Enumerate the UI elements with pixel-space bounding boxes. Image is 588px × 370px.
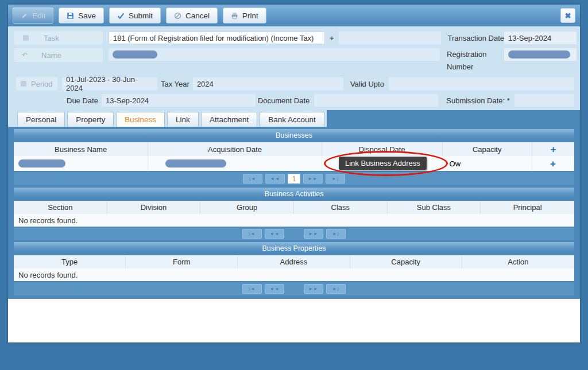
col-principal: Principal xyxy=(481,201,574,214)
task-label: Task xyxy=(44,34,59,42)
properties-table: Type Form Address Capacity Action No rec… xyxy=(14,255,574,281)
task-icon xyxy=(23,35,29,41)
pencil-icon xyxy=(21,12,28,20)
name-row: ↶ Name Registration Number xyxy=(14,48,577,73)
col-form: Form xyxy=(126,255,238,268)
close-icon: ✖ xyxy=(565,11,571,20)
properties-section-header: Business Properties xyxy=(14,242,574,254)
col-business-name: Business Name xyxy=(14,142,148,156)
business-name-cell xyxy=(14,156,148,171)
link-business-address-tooltip: Link Business Address xyxy=(339,157,427,170)
pager-spacer xyxy=(287,229,301,239)
due-date-value: 13-Sep-2024 xyxy=(106,96,149,105)
last-page-button[interactable]: ►| xyxy=(326,174,345,184)
prev-page-button[interactable]: ◄◄ xyxy=(265,174,285,184)
form-header-area: Task 181 (Form of Registration filed for… xyxy=(8,26,580,110)
due-date-field[interactable]: 13-Sep-2024 xyxy=(102,94,256,107)
period-label: Period xyxy=(31,80,53,88)
add-business-icon[interactable]: + xyxy=(550,145,556,154)
tab-strip: Personal Property Business Link Attachme… xyxy=(8,110,327,127)
businesses-table: Business Name Acquisition Date Disposal … xyxy=(14,142,574,171)
tab-personal[interactable]: Personal xyxy=(17,112,65,127)
activities-header-row: Section Division Group Class Sub Class P… xyxy=(14,201,574,214)
task-value: 181 (Form of Registration filed for modi… xyxy=(113,34,314,42)
col-division: Division xyxy=(107,201,201,214)
task-secondary-input[interactable] xyxy=(339,32,441,44)
floppy-icon xyxy=(67,12,74,20)
col-section: Section xyxy=(14,201,107,214)
current-page-button[interactable]: 1 xyxy=(288,174,300,184)
col-prop-capacity: Capacity xyxy=(350,255,462,268)
first-page-button[interactable]: |◄ xyxy=(243,174,262,184)
col-type: Type xyxy=(14,255,126,268)
cancel-icon xyxy=(174,12,181,20)
redacted-registration-value xyxy=(508,50,570,59)
transaction-date-field[interactable]: 13-Sep-2024 xyxy=(504,32,577,44)
print-button[interactable]: Print xyxy=(223,7,266,24)
registration-number-field[interactable] xyxy=(504,48,577,61)
pager-spacer xyxy=(287,284,301,294)
tab-business[interactable]: Business xyxy=(116,112,165,127)
prev-page-button[interactable]: ◄◄ xyxy=(265,284,284,294)
redacted-business-name xyxy=(18,159,65,168)
task-label-box: Task xyxy=(14,31,103,45)
next-page-button[interactable]: ►► xyxy=(304,284,323,294)
tab-attachment[interactable]: Attachment xyxy=(201,112,257,127)
cancel-label: Cancel xyxy=(185,11,210,20)
valid-upto-field[interactable] xyxy=(389,77,574,90)
empty-content-area xyxy=(8,299,580,342)
next-page-button[interactable]: ►► xyxy=(304,229,323,239)
save-label: Save xyxy=(78,11,96,20)
toolbar: Edit Save Submit Cancel Print xyxy=(8,5,580,26)
name-label-box: ↶ Name xyxy=(14,48,103,62)
tax-year-field[interactable]: 2024 xyxy=(193,77,343,90)
businesses-header-row: Business Name Acquisition Date Disposal … xyxy=(14,142,574,156)
prev-page-button[interactable]: ◄◄ xyxy=(265,229,284,239)
last-page-button[interactable]: ►| xyxy=(326,229,346,239)
redacted-acquisition-date xyxy=(165,159,226,168)
dates-row: Due Date 13-Sep-2024 Document Date Submi… xyxy=(14,94,577,107)
last-page-button[interactable]: ►| xyxy=(326,284,346,294)
form-window: Edit Save Submit Cancel Print xyxy=(8,5,580,342)
col-class: Class xyxy=(294,201,388,214)
valid-upto-label: Valid Upto xyxy=(350,80,384,88)
tab-bar-filler xyxy=(327,110,580,127)
link-business-address-icon[interactable]: + xyxy=(550,159,556,169)
activities-table: Section Division Group Class Sub Class P… xyxy=(14,201,574,227)
first-page-button[interactable]: |◄ xyxy=(242,229,262,239)
first-page-button[interactable]: |◄ xyxy=(242,284,262,294)
due-date-label: Due Date xyxy=(67,96,98,105)
name-field[interactable] xyxy=(109,48,440,61)
next-page-button[interactable]: ►► xyxy=(303,174,323,184)
undo-arrow-icon: ↶ xyxy=(22,51,28,59)
period-value: 01-Jul-2023 - 30-Jun-2024 xyxy=(66,75,153,92)
business-row-actions: + xyxy=(532,156,574,171)
tab-link[interactable]: Link xyxy=(167,112,199,127)
activities-section-header: Business Activities xyxy=(14,188,574,200)
task-add-button[interactable]: + xyxy=(325,34,339,42)
close-button[interactable]: ✖ xyxy=(560,8,575,23)
submission-date-field[interactable] xyxy=(514,94,574,107)
businesses-section-header: Businesses xyxy=(14,129,574,141)
document-date-field[interactable] xyxy=(314,94,438,107)
period-field[interactable]: 01-Jul-2023 - 30-Jun-2024 xyxy=(62,77,157,90)
properties-empty-row: No records found. xyxy=(14,268,574,281)
col-acquisition-date: Acquisition Date xyxy=(148,142,322,156)
task-input[interactable]: 181 (Form of Registration filed for modi… xyxy=(109,32,325,44)
properties-header-row: Type Form Address Capacity Action xyxy=(14,255,574,268)
col-action: Action xyxy=(462,255,574,268)
print-label: Print xyxy=(242,11,258,20)
period-icon xyxy=(21,81,26,87)
tab-property[interactable]: Property xyxy=(67,112,114,127)
tab-bank-account[interactable]: Bank Account xyxy=(260,112,324,127)
cancel-button[interactable]: Cancel xyxy=(166,7,218,24)
business-row[interactable]: Ow + Link Business Address xyxy=(14,156,574,171)
edit-button[interactable]: Edit xyxy=(13,7,53,24)
submit-label: Submit xyxy=(129,11,153,20)
col-group: Group xyxy=(200,201,294,214)
save-button[interactable]: Save xyxy=(59,7,104,24)
col-sub-class: Sub Class xyxy=(388,201,481,214)
properties-pager: |◄ ◄◄ ►► ►| xyxy=(14,282,574,295)
period-label-box: Period xyxy=(16,77,57,91)
submit-button[interactable]: Submit xyxy=(109,7,161,24)
